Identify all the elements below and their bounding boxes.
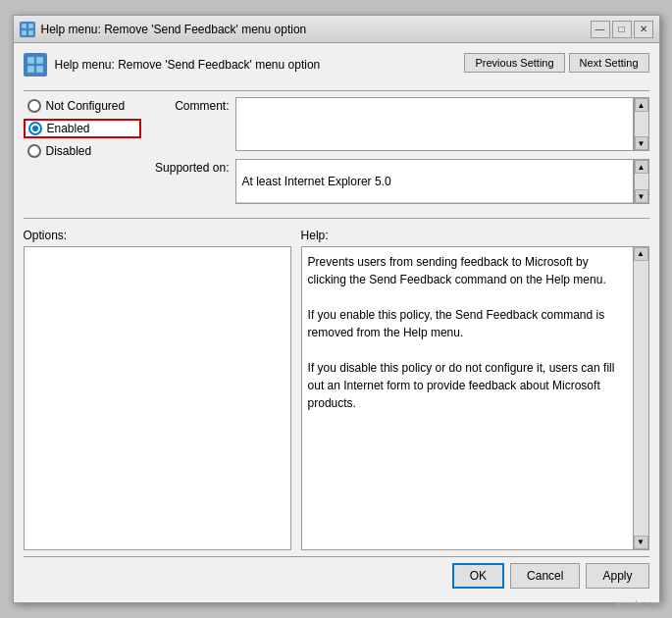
help-paragraph-1: Prevents users from sending feedback to …: [308, 253, 627, 288]
options-label: Options:: [24, 229, 291, 242]
svg-rect-7: [36, 66, 43, 73]
radio-group: Not Configured Enabled Disabled: [24, 97, 141, 204]
not-configured-circle: [27, 99, 41, 113]
title-bar-controls: — □ ✕: [591, 21, 653, 38]
options-separator: [24, 218, 649, 219]
header-separator: [24, 90, 649, 91]
close-button[interactable]: ✕: [634, 21, 653, 38]
footer-buttons: OK Cancel Apply: [24, 563, 649, 592]
supported-field-container: At least Internet Explorer 5.0 ▲ ▼: [235, 159, 649, 204]
header-row: Help menu: Remove 'Send Feedback' menu o…: [24, 53, 649, 77]
enabled-circle: [28, 122, 42, 135]
supported-dropdown: At least Internet Explorer 5.0: [235, 159, 634, 204]
comment-label: Comment:: [151, 99, 230, 113]
cancel-button[interactable]: Cancel: [510, 563, 580, 589]
maximize-button[interactable]: □: [612, 21, 632, 38]
header-title: Help menu: Remove 'Send Feedback' menu o…: [55, 58, 321, 72]
svg-rect-1: [28, 24, 33, 28]
help-text-content: Prevents users from sending feedback to …: [308, 253, 643, 412]
comment-row: Comment: ▲ ▼: [151, 97, 649, 151]
help-scroll-up[interactable]: ▲: [634, 247, 648, 261]
enabled-label: Enabled: [47, 122, 90, 135]
options-box: [24, 246, 291, 550]
svg-rect-3: [28, 30, 33, 35]
svg-rect-2: [22, 30, 26, 35]
help-paragraph-2: If you enable this policy, the Send Feed…: [308, 306, 627, 341]
supported-label: Supported on:: [151, 161, 230, 175]
comment-input[interactable]: [235, 97, 634, 151]
supported-row: Supported on: At least Internet Explorer…: [151, 159, 649, 204]
help-label: Help:: [301, 229, 649, 242]
supported-value: At least Internet Explorer 5.0: [236, 160, 633, 203]
disabled-label: Disabled: [46, 144, 92, 158]
window-body: Help menu: Remove 'Send Feedback' menu o…: [14, 43, 659, 602]
svg-rect-4: [27, 57, 34, 64]
title-bar-left: Help menu: Remove 'Send Feedback' menu o…: [20, 22, 307, 37]
apply-button[interactable]: Apply: [586, 563, 648, 589]
scroll-up-arrow[interactable]: ▲: [635, 98, 648, 112]
help-box: Prevents users from sending feedback to …: [301, 246, 649, 550]
ok-button[interactable]: OK: [452, 563, 504, 589]
disabled-circle: [27, 144, 41, 158]
window-icon: [20, 22, 35, 37]
supported-scrollbar: ▲ ▼: [634, 159, 649, 204]
options-help-section: Options: Help: Prevents users from sendi…: [24, 229, 649, 550]
disabled-radio[interactable]: Disabled: [24, 142, 141, 160]
enabled-radio[interactable]: Enabled: [24, 119, 141, 138]
comment-supported: Comment: ▲ ▼ Supported on: At least Inte…: [151, 97, 649, 204]
footer-separator: [24, 556, 649, 557]
options-col: Options:: [24, 229, 291, 550]
header-icon-title: Help menu: Remove 'Send Feedback' menu o…: [24, 53, 321, 77]
scroll-down-arrow[interactable]: ▼: [635, 136, 648, 150]
svg-rect-6: [27, 66, 34, 73]
svg-rect-5: [36, 57, 43, 64]
next-setting-button[interactable]: Next Setting: [569, 53, 649, 73]
supported-scroll-up[interactable]: ▲: [635, 160, 648, 174]
not-configured-label: Not Configured: [46, 99, 126, 113]
header-buttons: Previous Setting Next Setting: [464, 53, 648, 73]
help-paragraph-3: If you disable this policy or do not con…: [308, 359, 627, 412]
help-col: Help: Prevents users from sending feedba…: [301, 229, 649, 550]
supported-scroll-down[interactable]: ▼: [635, 189, 648, 203]
svg-rect-0: [22, 24, 26, 28]
minimize-button[interactable]: —: [591, 21, 610, 38]
window-title: Help menu: Remove 'Send Feedback' menu o…: [41, 23, 307, 36]
help-scrollbar: ▲ ▼: [633, 247, 648, 549]
previous-setting-button[interactable]: Previous Setting: [464, 53, 564, 73]
help-scroll-down[interactable]: ▼: [634, 536, 648, 549]
comment-field-container: ▲ ▼: [235, 97, 649, 151]
config-section: Not Configured Enabled Disabled Comment:: [24, 97, 649, 204]
header-icon: [24, 53, 47, 77]
comment-scrollbar: ▲ ▼: [634, 97, 649, 151]
title-bar: Help menu: Remove 'Send Feedback' menu o…: [14, 16, 659, 43]
main-window: Help menu: Remove 'Send Feedback' menu o…: [13, 15, 660, 603]
watermark: wsxdn.com: [615, 599, 664, 610]
not-configured-radio[interactable]: Not Configured: [24, 97, 141, 115]
